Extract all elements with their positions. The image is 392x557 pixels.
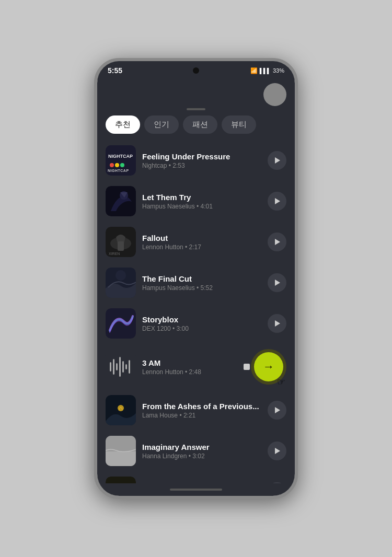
list-item: Let Them Try Hampus Naeselius • 4:01 xyxy=(102,181,290,222)
track-title-1: Feeling Under Pressure xyxy=(142,152,268,161)
track-subtitle-5: DEX 1200 • 3:00 xyxy=(142,325,268,332)
play-button-4[interactable] xyxy=(268,273,286,292)
navigate-button[interactable]: → ☞ xyxy=(254,352,283,381)
track-thumbnail-9: ALIO DIE xyxy=(106,477,136,483)
svg-rect-17 xyxy=(116,363,118,370)
status-icons: 📶 ▌▌▌ 33% xyxy=(250,67,284,74)
svg-rect-13 xyxy=(106,308,136,339)
wifi-icon: 📶 xyxy=(250,67,258,74)
list-item: 3 AM Lennon Hutton • 2:48 → ☞ xyxy=(102,344,290,390)
category-tabs: 추천 인기 패션 뷰티 xyxy=(97,112,295,140)
play-button-2[interactable] xyxy=(268,192,286,211)
track-subtitle-7: Lama House • 2:21 xyxy=(142,412,268,419)
signal-icon: ▌▌▌ xyxy=(260,68,271,74)
list-item: From the Ashes of a Previous... Lama Hou… xyxy=(102,390,290,431)
track-subtitle-1: Nightcap • 2:53 xyxy=(142,162,268,169)
play-icon-1 xyxy=(275,157,280,164)
track-subtitle-3: Lennon Hutton • 2:17 xyxy=(142,243,268,251)
track-title-8: Imaginary Answer xyxy=(142,443,268,451)
track-thumbnail-8 xyxy=(106,436,136,466)
stop-indicator xyxy=(244,364,250,370)
svg-rect-15 xyxy=(110,362,111,372)
track-title-6: 3 AM xyxy=(142,358,244,367)
play-icon-3 xyxy=(275,239,280,245)
play-button-8[interactable] xyxy=(268,442,286,460)
track-info-5: Storyblox DEX 1200 • 3:00 xyxy=(142,315,268,332)
track-thumbnail-1: NIGHTCAP xyxy=(106,145,136,176)
cursor-icon: ☞ xyxy=(277,376,285,388)
svg-rect-18 xyxy=(119,357,121,377)
track-title-4: The Final Cut xyxy=(142,274,268,283)
track-thumbnail-3: XIREN xyxy=(106,227,136,257)
track-info-1: Feeling Under Pressure Nightcap • 2:53 xyxy=(142,152,268,169)
svg-rect-21 xyxy=(129,360,130,374)
track-subtitle-2: Hampus Naeselius • 4:01 xyxy=(142,203,268,210)
svg-text:NIGHTCAP: NIGHTCAP xyxy=(108,154,133,159)
track-thumbnail-2 xyxy=(106,186,136,216)
track-title-3: Fallout xyxy=(142,234,268,242)
track-info-4: The Final Cut Hampus Naeselius • 5:52 xyxy=(142,274,268,292)
svg-rect-0 xyxy=(106,145,136,176)
list-item: XIREN Fallout Lennon Hutton • 2:17 xyxy=(102,222,290,262)
svg-point-2 xyxy=(110,163,114,167)
track-info-9: As a Gift Francis Wells • 2:49 xyxy=(142,483,268,484)
track-title-2: Let Them Try xyxy=(142,193,268,202)
play-icon-8 xyxy=(275,448,280,454)
status-bar: 5:55 📶 ▌▌▌ 33% xyxy=(97,61,295,80)
tab-beauty[interactable]: 뷰티 xyxy=(222,115,256,134)
play-icon-7 xyxy=(275,407,280,413)
track-subtitle-8: Hanna Lindgren • 3:02 xyxy=(142,452,268,460)
tab-popular[interactable]: 인기 xyxy=(144,115,179,134)
list-item: The Final Cut Hampus Naeselius • 5:52 xyxy=(102,262,290,303)
track-info-6: 3 AM Lennon Hutton • 2:48 xyxy=(142,358,244,376)
track-title-7: From the Ashes of a Previous... xyxy=(142,402,268,411)
scroll-area[interactable]: 추천 인기 패션 뷰티 NIGHTCAP xyxy=(97,80,295,483)
track-subtitle-4: Hampus Naeselius • 5:52 xyxy=(142,284,268,292)
track-info-8: Imaginary Answer Hanna Lindgren • 3:02 xyxy=(142,443,268,460)
svg-point-4 xyxy=(120,163,124,167)
battery-level: 33% xyxy=(273,67,284,74)
play-icon-2 xyxy=(275,198,280,204)
play-button-3[interactable] xyxy=(268,233,286,251)
tab-recommended[interactable]: 추천 xyxy=(106,115,140,134)
track-info-3: Fallout Lennon Hutton • 2:17 xyxy=(142,234,268,251)
play-button-9[interactable] xyxy=(268,482,286,483)
svg-point-23 xyxy=(118,405,124,411)
arrow-button-container: → ☞ xyxy=(251,349,286,385)
track-thumbnail-7 xyxy=(106,395,136,425)
camera-notch xyxy=(193,67,199,74)
svg-rect-9 xyxy=(118,241,124,251)
phone-screen: 5:55 📶 ▌▌▌ 33% 추천 인기 패션 뷰티 xyxy=(97,61,295,496)
svg-point-12 xyxy=(116,270,126,281)
play-button-1[interactable] xyxy=(268,151,286,170)
track-info-7: From the Ashes of a Previous... Lama Hou… xyxy=(142,402,268,419)
home-bar xyxy=(170,489,222,491)
play-button-5[interactable] xyxy=(268,314,286,333)
track-thumbnail-5 xyxy=(106,308,136,339)
svg-rect-20 xyxy=(125,364,127,369)
play-icon-4 xyxy=(275,280,280,286)
list-item: ALIO DIE As a Gift Francis Wells • 2:49 xyxy=(102,471,290,483)
track-title-5: Storyblox xyxy=(142,315,268,324)
track-thumbnail-4 xyxy=(106,268,136,298)
track-thumbnail-6 xyxy=(106,352,136,382)
svg-point-3 xyxy=(115,163,119,167)
list-item: NIGHTCAP Feeling Under Pressure Nightcap… xyxy=(102,140,290,181)
phone-frame: 5:55 📶 ▌▌▌ 33% 추천 인기 패션 뷰티 xyxy=(94,58,298,499)
track-list: NIGHTCAP Feeling Under Pressure Nightcap… xyxy=(97,140,295,483)
svg-text:XIREN: XIREN xyxy=(109,252,120,256)
home-indicator xyxy=(97,483,295,496)
tab-fashion[interactable]: 패션 xyxy=(183,115,217,134)
arrow-icon: → xyxy=(263,360,274,374)
svg-rect-19 xyxy=(122,361,124,373)
status-time: 5:55 xyxy=(108,66,122,75)
track-subtitle-6: Lennon Hutton • 2:48 xyxy=(142,368,244,376)
play-button-7[interactable] xyxy=(268,401,286,420)
top-avatars-row xyxy=(97,80,295,108)
list-item: Storyblox DEX 1200 • 3:00 xyxy=(102,303,290,344)
play-icon-5 xyxy=(275,320,280,327)
svg-rect-16 xyxy=(113,359,114,375)
svg-rect-26 xyxy=(106,477,136,483)
track-info-2: Let Them Try Hampus Naeselius • 4:01 xyxy=(142,193,268,210)
track-title-9: As a Gift xyxy=(142,483,268,484)
